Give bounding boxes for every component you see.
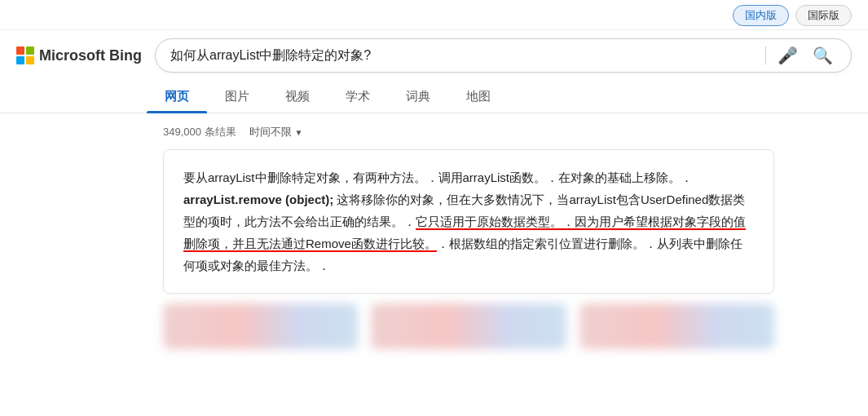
top-bar: 国内版 国际版 (0, 0, 868, 30)
time-filter[interactable]: 时间不限 ▼ (249, 125, 303, 139)
tab-academic[interactable]: 学术 (328, 81, 388, 113)
results-area: 349,000 条结果 时间不限 ▼ 要从arrayList中删除特定对象，有两… (0, 113, 868, 357)
result-text: 要从arrayList中删除特定对象，有两种方法。．调用arrayList函数。… (183, 166, 754, 277)
international-btn[interactable]: 国际版 (795, 5, 852, 26)
tab-videos[interactable]: 视频 (267, 81, 328, 113)
tab-dictionary[interactable]: 词典 (388, 81, 448, 113)
search-bar: 🎤 🔍 (155, 38, 852, 73)
time-filter-arrow: ▼ (295, 128, 303, 137)
search-button[interactable]: 🔍 (809, 46, 836, 65)
logo: Microsoft Bing (16, 46, 142, 64)
search-input[interactable] (170, 48, 757, 63)
results-count: 349,000 条结果 (163, 125, 236, 139)
tab-maps[interactable]: 地图 (448, 81, 509, 113)
nav-tabs: 网页 图片 视频 学术 词典 地图 (0, 81, 868, 113)
domestic-btn[interactable]: 国内版 (733, 5, 789, 26)
logo-sq-red (16, 46, 24, 55)
results-meta: 349,000 条结果 时间不限 ▼ (163, 125, 852, 139)
header: Microsoft Bing 🎤 🔍 (0, 30, 868, 81)
result-card: 要从arrayList中删除特定对象，有两种方法。．调用arrayList函数。… (163, 149, 774, 294)
logo-text: Microsoft Bing (39, 47, 142, 64)
logo-sq-yellow (26, 56, 34, 64)
blurred-result-3 (579, 303, 774, 349)
tab-webpage[interactable]: 网页 (147, 81, 207, 113)
logo-squares (16, 46, 34, 64)
tab-images[interactable]: 图片 (207, 81, 267, 113)
blurred-results-row (163, 303, 774, 349)
blurred-result-1 (163, 303, 358, 349)
blurred-result-2 (371, 303, 566, 349)
time-filter-label: 时间不限 (249, 125, 292, 139)
divider (765, 46, 766, 64)
mic-button[interactable]: 🎤 (774, 46, 801, 65)
text-part-1: 要从arrayList中删除特定对象，有两种方法。．调用arrayList函数。… (183, 170, 693, 184)
logo-sq-blue (16, 56, 24, 64)
logo-sq-green (26, 46, 34, 55)
text-bold-code: arrayList.remove (object); (183, 193, 333, 206)
